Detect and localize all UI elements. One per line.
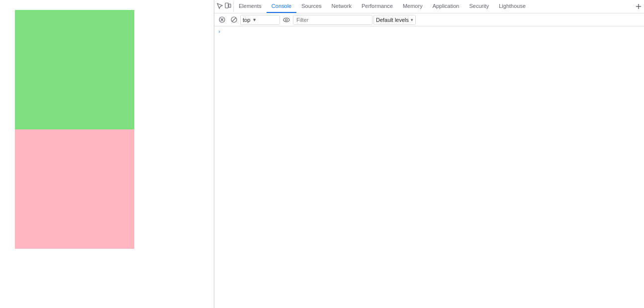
- devtools-panel: Elements Console Sources Network Perform…: [214, 0, 644, 308]
- webpage-preview: [0, 0, 214, 308]
- prompt-chevron: ›: [218, 28, 220, 34]
- create-live-expression-button[interactable]: [281, 14, 292, 25]
- tab-lighthouse[interactable]: Lighthouse: [494, 0, 531, 13]
- console-toolbar: top ▼ Default levels ▾: [214, 13, 644, 26]
- svg-point-5: [283, 18, 289, 22]
- svg-rect-1: [229, 4, 231, 7]
- tab-memory[interactable]: Memory: [398, 0, 428, 13]
- log-levels-selector[interactable]: Default levels ▾: [373, 15, 416, 25]
- device-toolbar-icon[interactable]: [224, 2, 231, 11]
- svg-rect-0: [225, 3, 228, 8]
- inspect-element-icon[interactable]: [216, 2, 223, 11]
- green-box: [15, 10, 134, 129]
- tab-application[interactable]: Application: [428, 0, 464, 13]
- tab-security[interactable]: Security: [464, 0, 494, 13]
- context-selector[interactable]: top ▼: [240, 15, 280, 25]
- svg-point-6: [285, 19, 287, 21]
- tab-console[interactable]: Console: [267, 0, 296, 13]
- more-tabs-button[interactable]: [633, 1, 644, 12]
- devtools-header: Elements Console Sources Network Perform…: [214, 0, 644, 13]
- levels-label: Default levels: [376, 17, 409, 23]
- tab-elements[interactable]: Elements: [234, 0, 267, 13]
- svg-line-4: [232, 18, 236, 22]
- tab-performance[interactable]: Performance: [357, 0, 398, 13]
- tab-sources[interactable]: Sources: [296, 0, 326, 13]
- clear-console-button[interactable]: [216, 14, 227, 25]
- devtools-actions: [214, 1, 234, 12]
- filter-input[interactable]: [293, 15, 372, 25]
- pink-box: [15, 129, 134, 249]
- context-label: top: [243, 17, 250, 23]
- tab-network[interactable]: Network: [327, 0, 357, 13]
- block-filter-button[interactable]: [228, 14, 239, 25]
- console-content: ›: [214, 26, 644, 308]
- context-dropdown-arrow: ▼: [252, 17, 257, 22]
- main-layout: Elements Console Sources Network Perform…: [0, 0, 644, 308]
- devtools-tabs: Elements Console Sources Network Perform…: [234, 0, 633, 13]
- levels-dropdown-arrow: ▾: [411, 17, 413, 22]
- console-prompt[interactable]: ›: [218, 28, 640, 34]
